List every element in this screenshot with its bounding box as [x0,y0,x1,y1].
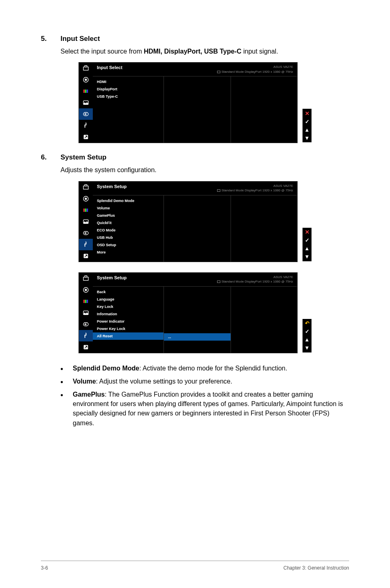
splendid-icon[interactable] [79,273,93,284]
svg-rect-4 [83,90,85,93]
down-icon[interactable]: ▼ [303,253,311,260]
menu-hdmi[interactable]: HDMI [93,78,164,85]
osd-menu: HDMI DisplayPort USB Type-C [93,76,164,143]
splendid-icon[interactable] [79,182,93,193]
image-icon[interactable] [79,216,93,227]
color-icon[interactable] [79,85,93,97]
menu-usb-type-c[interactable]: USB Type-C [93,93,164,100]
bullet-label: Splendid Demo Mode [73,365,139,372]
svg-rect-0 [83,67,88,70]
shortcut-icon[interactable] [79,341,93,353]
check-icon[interactable]: ✓ [303,237,311,244]
bullet-marker: • [61,364,73,374]
osd-header-right: ASUS VA27E Standard Mode DisplayPort 192… [217,275,293,284]
osd-title: System Setup [97,275,217,280]
bullet-desc: : Adjust the volume settings to your pre… [96,378,233,385]
osd-input-select: Input Select ASUS VA27E Standard Mode Di… [78,62,298,143]
menu-information[interactable]: Information [93,310,164,318]
osd-header-right: ASUS VA27E Standard Mode DisplayPort 192… [217,184,293,193]
menu-displayport[interactable]: DisplayPort [93,85,164,93]
body-prefix: Select the input source from [61,48,144,55]
splendid-icon[interactable] [79,63,93,74]
menu-volume[interactable]: Volume [93,204,164,212]
osd-brand: ASUS VA27E [217,65,293,69]
menu-eco-mode[interactable]: ECO Mode [93,227,164,234]
shortcut-icon[interactable] [79,250,93,262]
check-icon[interactable]: ✓ [303,328,311,335]
monitor-icon [217,71,220,73]
section-6-body: Adjusts the system configuration. [61,166,349,175]
input-icon[interactable] [79,227,93,239]
menu-splendid-demo[interactable]: Splendid Demo Mode [93,197,164,204]
bullet-marker: • [61,390,73,428]
input-icon[interactable] [79,108,93,120]
menu-quickfit[interactable]: QuickFit [93,219,164,227]
osd-system-setup-1: System Setup ASUS VA27E Standard Mode Di… [78,181,298,262]
svg-rect-24 [83,300,85,303]
section-5-number: 5. [41,35,61,43]
shortcut-icon[interactable] [79,131,93,143]
menu-all-reset[interactable]: All Reset [93,332,164,340]
section-6-title: System Setup [61,153,106,162]
menu-gameplus[interactable]: GamePlus [93,212,164,219]
image-icon[interactable] [79,97,93,108]
svg-rect-1 [85,66,87,67]
settings-icon[interactable] [79,239,93,250]
osd-menu: Splendid Demo Mode Volume GamePlus Quick… [93,195,164,262]
svg-rect-16 [87,209,88,212]
svg-rect-20 [83,277,88,280]
close-icon[interactable]: ✕ [303,110,311,117]
monitor-icon [217,281,220,283]
osd-status: Standard Mode DisplayPort 1920 x 1080 @ … [222,189,293,192]
osd-header: System Setup ASUS VA27E Standard Mode Di… [93,273,297,287]
bullet-splendid: • Splendid Demo Mode: Activate the demo … [61,364,349,374]
bullet-label: Volume [73,378,96,385]
osd-panel1: ... [164,287,231,353]
menu-power-indicator[interactable]: Power Indicator [93,318,164,325]
svg-rect-26 [87,300,88,303]
menu-usb-hub[interactable]: USB Hub [93,234,164,241]
check-icon[interactable]: ✓ [303,118,311,125]
up-icon[interactable]: ▲ [303,245,311,252]
image-icon[interactable] [79,307,93,319]
osd-legend: ↶ ✓ ▲ ▼ [303,319,312,352]
menu-language[interactable]: Language [93,296,164,303]
menu-back[interactable]: Back [93,288,164,296]
osd-system-setup-2: System Setup ASUS VA27E Standard Mode Di… [78,272,298,353]
back-icon[interactable]: ↶ [303,320,311,327]
bullets: • Splendid Demo Mode: Activate the demo … [61,364,349,428]
svg-rect-14 [83,209,85,212]
eyecare-icon[interactable] [79,74,93,85]
all-reset-value[interactable]: ... [164,333,231,341]
osd-title: System Setup [97,184,217,189]
settings-icon[interactable] [79,330,93,341]
close-icon[interactable]: ✕ [303,229,311,236]
osd-panel1 [164,76,231,143]
svg-point-23 [85,289,87,291]
eyecare-icon[interactable] [79,193,93,204]
osd-sidebar [79,63,93,143]
up-icon[interactable]: ▲ [303,336,311,343]
bullet-desc: : Activate the demo mode for the Splendi… [139,365,287,372]
bullet-gameplus: • GamePlus: The GamePlus Function provid… [61,390,349,428]
color-icon[interactable] [79,204,93,216]
osd-brand: ASUS VA27E [217,275,293,279]
bullet-volume: • Volume: Adjust the volume settings to … [61,377,349,387]
down-icon[interactable]: ▼ [303,344,311,352]
down-icon[interactable]: ▼ [303,134,311,141]
menu-osd-setup[interactable]: OSD Setup [93,241,164,249]
settings-icon[interactable] [79,120,93,131]
color-icon[interactable] [79,296,93,307]
osd-panel2 [231,287,298,353]
menu-key-lock[interactable]: Key Lock [93,303,164,310]
osd-panel1 [164,195,231,262]
svg-rect-10 [83,186,88,189]
svg-rect-6 [87,90,88,93]
menu-more[interactable]: More [93,249,164,256]
up-icon[interactable]: ▲ [303,126,311,133]
menu-power-key-lock[interactable]: Power Key Lock [93,325,164,332]
eyecare-icon[interactable] [79,284,93,296]
svg-rect-15 [85,209,86,212]
osd-status: Standard Mode DisplayPort 1920 x 1080 @ … [222,280,293,283]
input-icon[interactable] [79,319,93,330]
